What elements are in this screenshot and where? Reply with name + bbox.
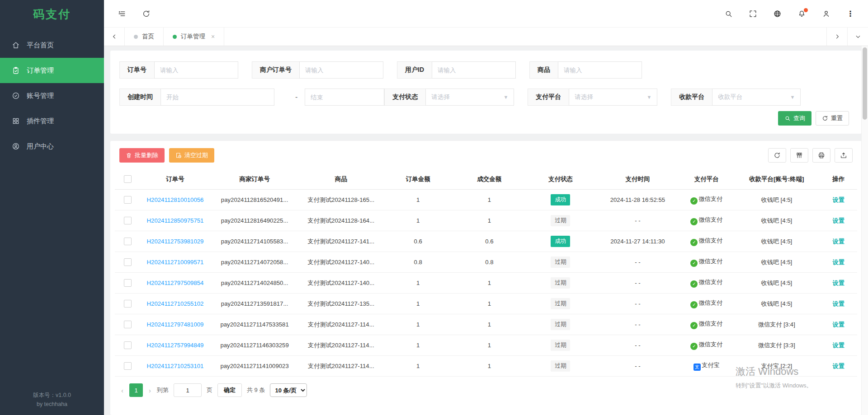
- row-settings-link[interactable]: 设置: [832, 300, 844, 307]
- row-checkbox[interactable]: [124, 362, 132, 370]
- next-page-icon[interactable]: ›: [148, 387, 152, 394]
- platform-name: 微信支付: [698, 279, 722, 285]
- batch-delete-button[interactable]: 批量删除: [119, 148, 165, 163]
- product-name: 支付测试20241127-135...: [299, 300, 383, 308]
- tab-close-icon[interactable]: ×: [211, 33, 215, 40]
- row-checkbox[interactable]: [124, 238, 132, 245]
- table-refresh-button[interactable]: [768, 148, 786, 163]
- filter-label: 商品: [529, 61, 558, 79]
- prev-page-icon[interactable]: ‹: [120, 387, 124, 394]
- tab-order-management[interactable]: 订单管理 ×: [164, 28, 224, 46]
- page-size-select[interactable]: 10 条/页: [270, 383, 307, 397]
- table-row: H2024112797509854 pay2024112714024850...…: [115, 273, 857, 294]
- order-number-link[interactable]: H2024112710099571: [147, 259, 204, 266]
- tabbar-spacer: [224, 28, 826, 46]
- filter-text-input[interactable]: [299, 61, 383, 79]
- print-button[interactable]: [812, 148, 830, 163]
- row-checkbox-cell: [115, 258, 140, 266]
- order-number-link[interactable]: H2024112710255102: [147, 300, 204, 307]
- table-row: H2024112753981029 pay2024112714105583...…: [115, 231, 857, 252]
- page-number-button[interactable]: 1: [129, 383, 143, 397]
- payment-platform-cell: 微信支付: [679, 257, 733, 267]
- row-checkbox[interactable]: [124, 217, 132, 224]
- filter-select[interactable]: 请选择 ▼: [569, 89, 657, 106]
- order-number-link[interactable]: H2024112810010056: [147, 196, 204, 203]
- row-settings-link[interactable]: 设置: [832, 342, 844, 349]
- search-icon[interactable]: [720, 5, 737, 22]
- tabs-scroll-right-button[interactable]: [826, 28, 847, 46]
- filter-row-2: 创建时间 - 支付状态 请选择 ▼ 支付平台 请选择: [119, 89, 853, 106]
- order-number-link[interactable]: H2024112753981029: [147, 238, 204, 245]
- payment-status-badge: 过期: [551, 277, 570, 289]
- sidebar-item-order-management[interactable]: 订单管理: [0, 58, 104, 83]
- sidebar-item-account-management[interactable]: 账号管理: [0, 83, 104, 108]
- row-checkbox-cell: [115, 362, 140, 370]
- select-all-checkbox[interactable]: [124, 175, 132, 183]
- row-settings-link[interactable]: 设置: [832, 196, 844, 203]
- sidebar-item-platform-home[interactable]: 平台首页: [0, 33, 104, 58]
- row-checkbox[interactable]: [124, 341, 132, 349]
- content: 订单号 商户订单号 用户ID 商品 创建时间: [104, 46, 868, 415]
- filter-row-1: 订单号 商户订单号 用户ID 商品: [119, 61, 853, 79]
- date-start-input[interactable]: [160, 89, 274, 106]
- goto-page-input[interactable]: [174, 383, 202, 397]
- more-menu-icon[interactable]: ⋮: [842, 5, 859, 22]
- row-settings-link[interactable]: 设置: [832, 280, 844, 286]
- row-checkbox[interactable]: [124, 258, 132, 266]
- filter-select[interactable]: 请选择 ▼: [425, 89, 514, 106]
- search-button[interactable]: 查询: [778, 111, 811, 126]
- date-end-input[interactable]: [305, 89, 384, 106]
- order-number-link[interactable]: H2024112797481009: [147, 321, 204, 328]
- row-checkbox[interactable]: [124, 279, 132, 287]
- payment-platform-cell: 微信支付: [679, 320, 733, 329]
- filter-text-input[interactable]: [558, 61, 642, 79]
- sidebar-item-plugin-management[interactable]: 插件管理: [0, 108, 104, 134]
- export-button[interactable]: [835, 148, 853, 163]
- table-row: H2024112850975751 pay2024112816490225...…: [115, 210, 857, 231]
- app-logo: 码支付: [0, 0, 104, 28]
- filter-text-input[interactable]: [154, 61, 238, 79]
- tabs-scroll-left-button[interactable]: [104, 28, 125, 46]
- row-checkbox[interactable]: [124, 321, 132, 328]
- reset-button[interactable]: 重置: [816, 111, 849, 126]
- column-filter-button[interactable]: [790, 148, 808, 163]
- table-tools: [768, 148, 853, 163]
- clear-expired-button[interactable]: 清空过期: [169, 148, 214, 163]
- window-scrollbar[interactable]: [861, 46, 868, 415]
- row-checkbox-cell: [115, 279, 140, 287]
- collapse-sidebar-icon[interactable]: [113, 5, 130, 22]
- row-settings-link[interactable]: 设置: [832, 238, 844, 245]
- filter-text-input[interactable]: [432, 61, 516, 79]
- filter-input-group: 商品: [529, 61, 642, 79]
- sidebar: 码支付 平台首页 订单管理 账号管理 插件管理 用户中心: [0, 0, 104, 415]
- order-number-link[interactable]: H2024112797509854: [147, 280, 204, 286]
- row-checkbox[interactable]: [124, 196, 132, 204]
- order-number-link[interactable]: H2024112710253101: [147, 363, 204, 369]
- goto-confirm-button[interactable]: 确定: [217, 383, 242, 397]
- payment-platform-cell: 微信支付: [679, 340, 733, 350]
- notification-bell-icon[interactable]: [793, 5, 810, 22]
- paid-amount: 0.8: [453, 259, 525, 266]
- order-number-link[interactable]: H2024112850975751: [147, 217, 204, 224]
- order-amount: 1: [383, 300, 453, 307]
- payment-time: - -: [595, 342, 679, 349]
- row-settings-link[interactable]: 设置: [832, 321, 844, 328]
- row-settings-link[interactable]: 设置: [832, 217, 844, 224]
- row-settings-link[interactable]: 设置: [832, 259, 844, 266]
- topbar: ⋮: [104, 0, 868, 27]
- row-checkbox[interactable]: [124, 300, 132, 308]
- filter-select[interactable]: 收款平台 ▼: [712, 89, 801, 106]
- tabs-dropdown-button[interactable]: [847, 28, 868, 46]
- order-number-link[interactable]: H2024112757994849: [147, 342, 204, 349]
- tab-home[interactable]: 首页: [125, 28, 164, 46]
- refresh-page-icon[interactable]: [137, 5, 155, 22]
- row-settings-link[interactable]: 设置: [832, 363, 844, 369]
- sidebar-item-user-center[interactable]: 用户中心: [0, 134, 104, 159]
- payment-status-badge: 过期: [551, 360, 570, 372]
- fullscreen-icon[interactable]: [744, 5, 761, 22]
- user-circle-icon: [12, 142, 20, 150]
- scrollbar-thumb[interactable]: [863, 47, 867, 120]
- language-globe-icon[interactable]: [769, 5, 786, 22]
- user-profile-icon[interactable]: [817, 5, 835, 22]
- platform-icon: [690, 218, 698, 225]
